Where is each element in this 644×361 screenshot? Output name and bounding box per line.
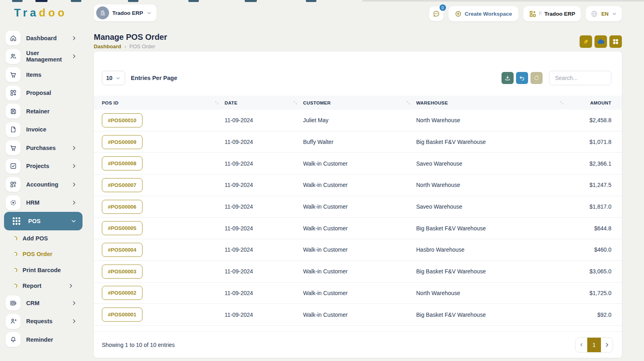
search-input[interactable] [549, 71, 611, 85]
sort-icon[interactable] [215, 101, 219, 105]
table-header-row: POS ID DATE CUSTOMER WAREHOUSE AMOUNT [94, 96, 622, 110]
apps-grid-button[interactable] [609, 35, 622, 48]
chat-button[interactable]: 0 [429, 6, 444, 21]
sort-icon[interactable] [293, 101, 297, 105]
column-header-date[interactable]: DATE [225, 101, 303, 105]
breadcrumb-separator: › [124, 43, 126, 49]
sidebar-item-proposal[interactable]: Proposal [0, 84, 87, 103]
tradoo-erp-app-button[interactable]: F Tradoo ERP [523, 6, 581, 21]
customer-cell: Walk-in Customer [303, 246, 416, 253]
sidebar-item-retainer[interactable]: Retainer [0, 102, 87, 121]
workspace-avatar [96, 6, 109, 19]
sidebar-item-projects[interactable]: Projects [0, 157, 87, 176]
pos-id-badge[interactable]: #POS00002 [102, 286, 142, 300]
refresh-icon [533, 75, 540, 81]
column-header-warehouse[interactable]: WAREHOUSE [416, 101, 570, 105]
bullet-icon [13, 236, 18, 241]
sidebar-item-items[interactable]: Items [0, 66, 87, 84]
bullet-icon [13, 252, 18, 257]
download-icon [504, 75, 511, 81]
date-cell: 11-09-2024 [225, 160, 303, 167]
chevron-down-icon [612, 11, 617, 16]
pagination-prev-button[interactable] [576, 338, 587, 352]
warehouse-cell: Big Basket F&V Warehouse [416, 225, 570, 232]
users-icon [10, 53, 17, 60]
breadcrumb-dashboard-link[interactable]: Dashboard [94, 43, 121, 49]
sidebar-item-dashboard[interactable]: Dashboard [0, 29, 87, 47]
sidebar-item-reminder[interactable]: Reminder [0, 330, 87, 349]
table-row: #POS00005 11-09-2024 Walk-in Customer Bi… [94, 217, 622, 239]
pen-tool-button[interactable] [580, 35, 592, 48]
customer-cell: Buffy Walter [303, 139, 416, 145]
chevron-right-icon [70, 299, 78, 307]
pos-id-badge[interactable]: #POS00009 [102, 135, 142, 149]
pos-id-badge[interactable]: #POS00004 [102, 243, 142, 257]
invoice-icon [10, 126, 17, 133]
chevron-right-icon [70, 53, 78, 60]
warehouse-cell: Big Basket F&V Warehouse [416, 312, 570, 318]
date-cell: 11-09-2024 [225, 225, 303, 232]
table-row: #POS00003 11-09-2024 Walk-in Customer Bi… [94, 261, 622, 283]
sort-icon[interactable] [559, 101, 564, 105]
pos-id-badge[interactable]: #POS00010 [102, 113, 142, 127]
warehouse-cell: Saveo Warehouse [416, 160, 570, 167]
export-download-button[interactable] [502, 72, 514, 84]
sidebar-item-purchases[interactable]: Purchases [0, 139, 87, 157]
chevron-right-icon [70, 199, 78, 206]
warehouse-cell: Big Basket F&V Warehouse [416, 268, 570, 275]
entries-per-page-select[interactable]: 10 [102, 71, 125, 85]
table-row: #POS00009 11-09-2024 Buffy Walter Big Ba… [94, 131, 622, 153]
amount-cell: $1,247.5 [570, 182, 611, 188]
pos-id-badge[interactable]: #POS00008 [102, 156, 142, 170]
cloud-button[interactable] [594, 35, 607, 48]
sidebar-item-report[interactable]: Report [0, 278, 87, 294]
column-header-amount[interactable]: AMOUNT [570, 101, 611, 105]
bullet-icon [13, 267, 18, 273]
sidebar-item-pos-order[interactable]: POS Order [0, 246, 87, 263]
hrm-icon [10, 199, 17, 206]
sidebar-item-accounting[interactable]: Accounting [0, 175, 87, 194]
language-selector[interactable]: EN [586, 6, 622, 21]
sidebar-item-pos[interactable]: POS [4, 212, 83, 230]
pos-id-badge[interactable]: #POS00003 [102, 265, 142, 279]
chevron-down-icon [70, 218, 77, 224]
pos-id-badge[interactable]: #POS00006 [102, 200, 142, 214]
create-workspace-button[interactable]: Create Workspace [448, 6, 519, 21]
warehouse-cell: Saveo Warehouse [416, 203, 570, 210]
date-cell: 11-09-2024 [225, 268, 303, 275]
pagination-next-button[interactable] [601, 338, 613, 352]
pos-id-badge[interactable]: #POS00001 [102, 308, 142, 322]
chevron-right-icon [70, 35, 78, 42]
sidebar-item-requests[interactable]: Requests [0, 312, 87, 331]
pos-id-badge[interactable]: #POS00007 [102, 178, 142, 192]
column-header-customer[interactable]: CUSTOMER [303, 101, 416, 105]
entries-per-page-label: Entries Per Page [131, 75, 177, 81]
sidebar-item-user-management[interactable]: User Management [0, 47, 87, 66]
pos-order-card: 10 Entries Per Page POS ID DATE CUSTOMER… [94, 51, 622, 358]
column-header-pos-id[interactable]: POS ID [102, 101, 225, 105]
sidebar-item-print-barcode[interactable]: Print Barcode [0, 262, 87, 278]
undo-button[interactable] [516, 72, 528, 84]
pagination-page-1[interactable]: 1 [587, 338, 601, 352]
sidebar-item-invoice[interactable]: Invoice [0, 121, 87, 139]
sidebar-item-hrm[interactable]: HRM [0, 194, 87, 212]
sidebar-item-crm[interactable]: CRM [0, 294, 87, 312]
amount-cell: $1,071.8 [570, 139, 611, 145]
table-body: #POS00010 11-09-2024 Juliet May North Wa… [94, 110, 622, 326]
chat-badge: 0 [440, 4, 446, 11]
warehouse-cell: North Warehouse [416, 182, 570, 188]
chat-icon [432, 10, 440, 18]
user-plus-icon [10, 318, 17, 325]
workspace-selector[interactable]: Tradoo ERP [94, 4, 157, 21]
sort-icon[interactable] [406, 101, 411, 105]
warehouse-cell: North Warehouse [416, 290, 570, 296]
sidebar-item-add-pos[interactable]: Add POS [0, 230, 87, 246]
pos-grid-icon [11, 216, 22, 226]
pos-id-badge[interactable]: #POS00005 [102, 221, 142, 235]
check-square-icon [10, 162, 17, 170]
grid-plus-icon [529, 10, 537, 18]
customer-cell: Walk-in Customer [303, 290, 416, 296]
tradoo-logo[interactable]: Tradoo [14, 7, 67, 19]
date-cell: 11-09-2024 [225, 312, 303, 318]
refresh-button[interactable] [530, 72, 543, 84]
